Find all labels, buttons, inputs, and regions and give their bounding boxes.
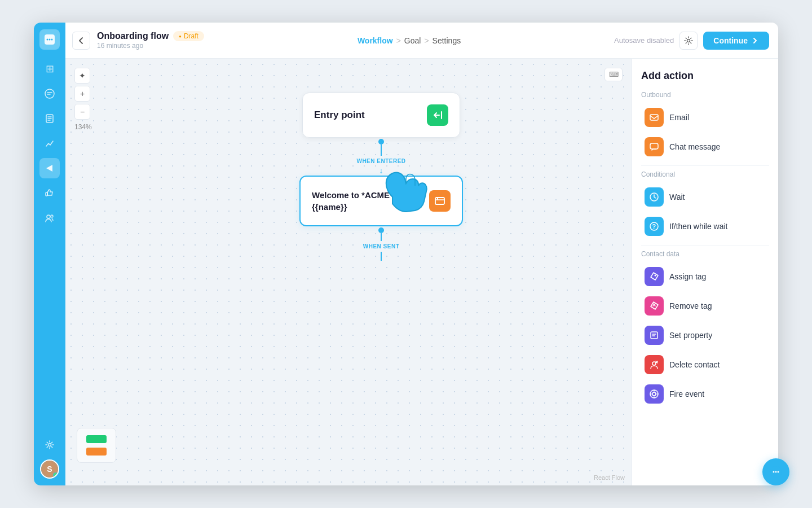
user-avatar[interactable]: S	[40, 459, 59, 479]
sidebar-icon-campaigns[interactable]	[39, 158, 60, 178]
set-property-icon	[645, 326, 664, 345]
svg-rect-11	[435, 198, 444, 204]
panel-title: Add action	[641, 70, 769, 82]
sidebar-icon-users[interactable]	[39, 208, 60, 228]
gear-button[interactable]	[679, 32, 698, 50]
assign-tag-label: Assign tag	[669, 272, 706, 281]
nav-workflow[interactable]: Workflow	[358, 36, 393, 45]
svg-point-25	[775, 471, 777, 473]
legend-item-1	[86, 435, 107, 443]
when-sent-label: WHEN SENT	[363, 243, 400, 249]
svg-point-8	[51, 215, 53, 217]
delete-contact-label: Delete contact	[669, 360, 720, 369]
connector-dot-bottom	[378, 227, 384, 233]
fire-event-label: Fire event	[669, 389, 704, 398]
svg-point-10	[687, 39, 690, 42]
nav-settings[interactable]: Settings	[433, 36, 461, 45]
canvas-toolbar: ✦ + − 134%	[74, 68, 92, 131]
back-button[interactable]	[72, 32, 90, 50]
svg-point-22	[652, 392, 656, 396]
email-action-icon	[645, 108, 664, 127]
svg-point-1	[47, 39, 48, 41]
remove-tag-icon	[645, 296, 664, 316]
entry-node-icon	[427, 104, 448, 126]
legend-color-orange	[86, 448, 107, 456]
sidebar-icon-thumbsup[interactable]	[39, 183, 60, 203]
assign-tag-icon	[645, 267, 664, 286]
sidebar-icon-analytics[interactable]	[39, 133, 60, 154]
conditional-section-label: Conditional	[641, 170, 769, 178]
sidebar-icon-book[interactable]	[39, 108, 60, 129]
last-saved: 16 minutes ago	[97, 42, 204, 50]
draft-badge: Draft	[173, 31, 204, 41]
divider-1	[641, 165, 769, 166]
header: Onboarding flow Draft 16 minutes ago Wor…	[65, 23, 778, 59]
action-item-fire-event[interactable]: Fire event	[641, 380, 769, 408]
wait-action-icon	[645, 187, 664, 207]
svg-point-4	[45, 89, 54, 98]
svg-point-2	[49, 39, 51, 41]
zoom-level: 134%	[74, 123, 92, 131]
zoom-in-button[interactable]: +	[74, 86, 90, 102]
action-item-chat[interactable]: Chat message	[641, 133, 769, 161]
set-property-label: Set property	[669, 331, 712, 340]
svg-point-3	[51, 39, 53, 41]
action-item-assign-tag[interactable]: Assign tag	[641, 262, 769, 291]
page-title: Onboarding flow Draft	[97, 31, 204, 41]
contact-data-section-label: Contact data	[641, 250, 769, 258]
svg-point-24	[773, 471, 775, 473]
action-node[interactable]: Welcome to *ACME*, {{name}}	[299, 176, 463, 226]
sidebar-icon-settings[interactable]	[39, 435, 60, 455]
legend	[77, 428, 116, 463]
action-node-icon	[429, 190, 451, 212]
svg-point-12	[437, 198, 438, 199]
keyboard-shortcut-icon[interactable]: ⌨	[604, 68, 623, 81]
fire-event-icon	[645, 384, 664, 404]
nav-sep-2: >	[424, 36, 429, 45]
entry-node[interactable]: Entry point	[302, 93, 460, 138]
sidebar-icon-chat[interactable]	[39, 84, 60, 104]
sidebar-icon-grid[interactable]: ⊞	[39, 59, 60, 79]
connector-bottom: WHEN SENT	[363, 226, 400, 261]
legend-item-2	[86, 448, 107, 456]
action-item-remove-tag[interactable]: Remove tag	[641, 292, 769, 320]
nav-goal[interactable]: Goal	[404, 36, 421, 45]
action-item-wait[interactable]: Wait	[641, 183, 769, 211]
title-text: Onboarding flow	[97, 31, 169, 41]
email-action-label: Email	[669, 113, 689, 122]
svg-point-26	[778, 471, 779, 473]
wait-action-label: Wait	[669, 192, 685, 202]
breadcrumb-nav: Workflow > Goal > Settings	[211, 36, 607, 45]
ifthen-action-icon: ?	[645, 217, 664, 236]
action-item-email[interactable]: Email	[641, 103, 769, 132]
zoom-out-button[interactable]: −	[74, 104, 90, 120]
ifthen-action-label: If/then while wait	[669, 222, 728, 231]
svg-point-7	[47, 215, 50, 218]
action-item-set-property[interactable]: Set property	[641, 321, 769, 349]
svg-rect-13	[650, 115, 658, 120]
connector-arrow-1: ↓	[379, 167, 383, 174]
legend-color-green	[86, 435, 107, 443]
connector-top: WHEN ENTERED ↓	[356, 138, 405, 176]
canvas[interactable]: ✦ + − 134% ⌨ Entry point	[65, 59, 632, 485]
action-item-ifthen[interactable]: ? If/then while wait	[641, 212, 769, 240]
connector-line-1	[381, 144, 382, 156]
svg-text:?: ?	[652, 223, 656, 230]
remove-tag-label: Remove tag	[669, 301, 712, 310]
react-flow-attribution: React Flow	[594, 474, 625, 481]
continue-button[interactable]: Continue	[703, 32, 769, 50]
when-entered-label: WHEN ENTERED	[356, 158, 405, 164]
svg-point-18	[655, 275, 656, 277]
connector-line-3	[381, 252, 382, 261]
magic-tool-button[interactable]: ✦	[74, 68, 90, 84]
svg-rect-14	[650, 143, 658, 149]
svg-point-20	[652, 362, 656, 365]
action-node-text: Welcome to *ACME*, {{name}}	[312, 189, 429, 213]
sidebar: ⊞ S	[34, 23, 65, 485]
chat-fab-button[interactable]	[762, 458, 789, 485]
header-actions: Autosave disabled Continue	[614, 32, 769, 50]
outbound-section-label: Outbound	[641, 91, 769, 99]
action-item-delete-contact[interactable]: Delete contact	[641, 351, 769, 379]
title-area: Onboarding flow Draft 16 minutes ago	[97, 31, 204, 50]
delete-contact-icon	[645, 355, 664, 374]
